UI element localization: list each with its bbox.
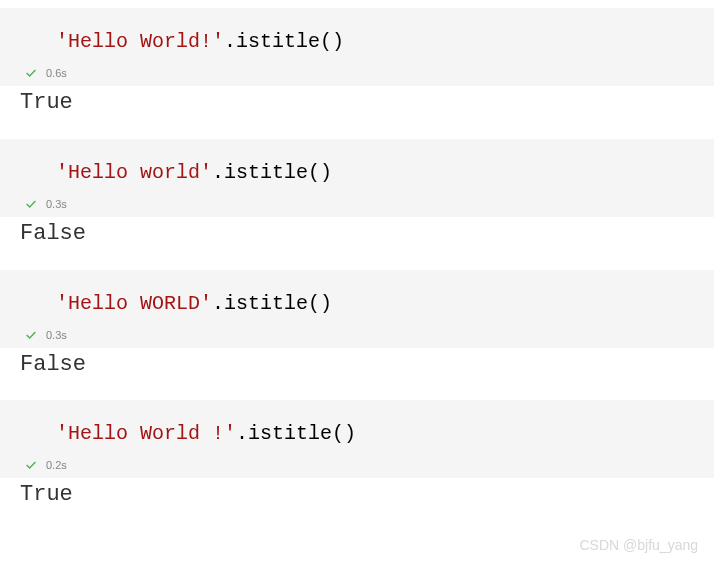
execution-status: 0.2s bbox=[0, 454, 714, 478]
code-input[interactable]: 'Hello World!'.istitle() bbox=[0, 8, 714, 62]
string-literal: 'Hello World!' bbox=[56, 30, 224, 53]
code-input[interactable]: 'Hello world'.istitle() bbox=[0, 139, 714, 193]
execution-time: 0.3s bbox=[46, 329, 67, 341]
check-icon bbox=[24, 458, 38, 472]
code-input[interactable]: 'Hello World !'.istitle() bbox=[0, 400, 714, 454]
check-icon bbox=[24, 66, 38, 80]
cell-output: True bbox=[0, 86, 714, 121]
watermark: CSDN @bjfu_yang bbox=[580, 537, 699, 553]
method-call: .istitle() bbox=[236, 422, 356, 445]
string-literal: 'Hello World !' bbox=[56, 422, 236, 445]
execution-time: 0.6s bbox=[46, 67, 67, 79]
notebook-cell: 'Hello world'.istitle() 0.3s False bbox=[0, 139, 714, 252]
method-call: .istitle() bbox=[224, 30, 344, 53]
method-call: .istitle() bbox=[212, 292, 332, 315]
string-literal: 'Hello world' bbox=[56, 161, 212, 184]
execution-status: 0.6s bbox=[0, 62, 714, 86]
check-icon bbox=[24, 197, 38, 211]
notebook-cell: 'Hello WORLD'.istitle() 0.3s False bbox=[0, 270, 714, 383]
cell-output: False bbox=[0, 348, 714, 383]
execution-status: 0.3s bbox=[0, 193, 714, 217]
string-literal: 'Hello WORLD' bbox=[56, 292, 212, 315]
execution-time: 0.3s bbox=[46, 198, 67, 210]
cell-output: False bbox=[0, 217, 714, 252]
check-icon bbox=[24, 328, 38, 342]
cell-output: True bbox=[0, 478, 714, 513]
method-call: .istitle() bbox=[212, 161, 332, 184]
notebook-cell: 'Hello World!'.istitle() 0.6s True bbox=[0, 8, 714, 121]
notebook-cell: 'Hello World !'.istitle() 0.2s True bbox=[0, 400, 714, 513]
code-input[interactable]: 'Hello WORLD'.istitle() bbox=[0, 270, 714, 324]
execution-time: 0.2s bbox=[46, 459, 67, 471]
execution-status: 0.3s bbox=[0, 324, 714, 348]
